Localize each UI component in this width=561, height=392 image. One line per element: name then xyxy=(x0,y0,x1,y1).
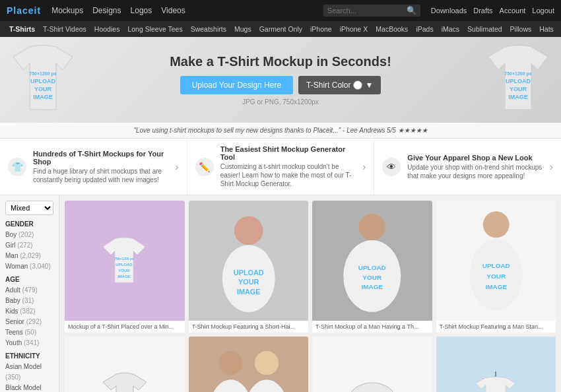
cat-sublimated[interactable]: Sublimated xyxy=(463,21,506,37)
banner-title-1: The Easiest Shirt Mockup Generator Tool xyxy=(220,145,356,161)
grid-item-0[interactable]: 750×1200 px UPLOAD YOUR IMAGE Mockup of … xyxy=(65,201,185,333)
banner-row: 👕 Hundreds of T-Shirt Mockups for Your S… xyxy=(0,139,561,195)
cat-hats[interactable]: Hats xyxy=(535,21,558,37)
top-navigation: Placeit Mockups Designs Logos Videos 🔍 D… xyxy=(0,0,561,21)
nav-mockups[interactable]: Mockups xyxy=(51,6,83,15)
left-shirt-svg: 750×1200 px UPLOAD YOUR IMAGE xyxy=(0,37,86,123)
person-svg-1: UPLOAD YOUR IMAGE xyxy=(189,201,309,321)
sidebar-gender-title: Gender xyxy=(5,220,53,228)
nav-downloads[interactable]: Downloads xyxy=(431,7,467,15)
cat-books[interactable]: Books xyxy=(558,21,561,37)
right-shirt-svg: 750×1200 px UPLOAD YOUR IMAGE xyxy=(475,37,561,123)
cat-imacs[interactable]: iMacs xyxy=(438,21,463,37)
cat-long-sleeve[interactable]: Long Sleeve Tees xyxy=(123,21,186,37)
search-input[interactable] xyxy=(327,7,407,15)
sidebar-man[interactable]: Man (2,029) xyxy=(5,251,53,261)
svg-text:IMAGE: IMAGE xyxy=(508,94,528,100)
cat-ipads[interactable]: iPads xyxy=(412,21,437,37)
svg-text:UPLOAD: UPLOAD xyxy=(482,262,510,269)
sidebar-black[interactable]: Black Model (1,115) xyxy=(5,383,53,392)
nav-logout[interactable]: Logout xyxy=(532,7,554,15)
hanger-svg: 750×1200 px UPLOAD YOUR IMAGE xyxy=(466,366,525,392)
svg-text:UPLOAD: UPLOAD xyxy=(30,78,56,84)
sidebar-teens[interactable]: Teens (50) xyxy=(5,327,53,338)
grid-item-3[interactable]: UPLOAD YOUR IMAGE T-Shirt Mockup Featuri… xyxy=(436,201,556,333)
hero-title: Make a T-Shirt Mockup in Seconds! xyxy=(170,54,391,69)
svg-text:750×1200 px: 750×1200 px xyxy=(29,71,57,77)
cat-tshirts[interactable]: T-Shirts xyxy=(5,21,39,37)
grid-item-6[interactable]: 750×1200 px UPLOAD YOUR IMAGE Minimal Fl… xyxy=(312,337,432,393)
banner-item-1: ✏️ The Easiest Shirt Mockup Generator To… xyxy=(187,139,375,195)
grid-img-6: 750×1200 px UPLOAD YOUR IMAGE xyxy=(312,337,432,393)
banner-title-0: Hundreds of T-Shirt Mockups for Your Sho… xyxy=(33,150,168,166)
person-svg-3: UPLOAD YOUR IMAGE xyxy=(436,201,556,321)
grid-item-7[interactable]: 750×1200 px UPLOAD YOUR IMAGE Mockup of … xyxy=(436,337,556,393)
nav-designs[interactable]: Designs xyxy=(92,6,121,15)
sidebar-asian[interactable]: Asian Model (350) xyxy=(5,362,53,383)
main-nav-links: Mockups Designs Logos Videos xyxy=(51,6,185,15)
grid-img-0: 750×1200 px UPLOAD YOUR IMAGE xyxy=(65,201,185,321)
banner-icon-0: 👕 xyxy=(8,158,26,176)
nav-videos[interactable]: Videos xyxy=(161,6,185,15)
svg-text:UPLOAD: UPLOAD xyxy=(506,78,531,84)
grid-img-2: UPLOAD YOUR IMAGE xyxy=(312,201,432,321)
svg-text:YOUR: YOUR xyxy=(34,86,52,92)
shirt-svg-4: 750×1200 px UPLOAD YOUR IMAGE xyxy=(95,366,154,392)
cat-iphone[interactable]: iPhone xyxy=(306,21,336,37)
svg-text:YOUR: YOUR xyxy=(119,269,131,273)
sidebar-boy[interactable]: Boy (202) xyxy=(5,230,53,240)
sidebar-adult[interactable]: Adult (479) xyxy=(5,285,53,296)
sidebar-age-title: Age xyxy=(5,276,53,283)
svg-text:YOUR: YOUR xyxy=(238,278,259,286)
sidebar-girl[interactable]: Girl (272) xyxy=(5,240,53,251)
cat-macbooks[interactable]: MacBooks xyxy=(372,21,412,37)
cat-iphone-x[interactable]: iPhone X xyxy=(336,21,372,37)
tshirt-color-button[interactable]: T-Shirt Color ▼ xyxy=(298,76,381,94)
category-bar: T-Shirts T-Shirt Videos Hoodies Long Sle… xyxy=(0,21,561,37)
banner-title-2: Give Your Apparel Shop a New Look xyxy=(407,154,543,162)
banner-arrow-1: › xyxy=(362,161,366,173)
svg-text:IMAGE: IMAGE xyxy=(361,283,383,290)
grid-label-1: T-Shirt Mockup Featuring a Short-Hai... xyxy=(189,321,309,333)
mockup-grid-area: 750×1200 px UPLOAD YOUR IMAGE Mockup of … xyxy=(59,195,561,392)
svg-text:IMAGE: IMAGE xyxy=(117,275,131,278)
banner-text-0: Hundreds of T-Shirt Mockups for Your Sho… xyxy=(33,150,168,184)
sidebar-youth[interactable]: Youth (341) xyxy=(5,338,53,348)
banner-arrow-0: › xyxy=(175,161,178,173)
upload-design-button[interactable]: Upload Your Design Here xyxy=(180,76,293,94)
grid-item-1[interactable]: UPLOAD YOUR IMAGE T-Shirt Mockup Featuri… xyxy=(189,201,309,333)
sidebar-woman[interactable]: Woman (3,040) xyxy=(5,261,53,272)
two-people-svg xyxy=(189,337,309,393)
svg-text:IMAGE: IMAGE xyxy=(485,283,507,290)
banner-icon-1: ✏️ xyxy=(195,158,214,176)
svg-text:IMAGE: IMAGE xyxy=(33,94,53,100)
flatlay-svg: 750×1200 px UPLOAD YOUR IMAGE xyxy=(343,366,402,392)
svg-point-34 xyxy=(245,379,288,392)
grid-label-0: Mockup of a T-Shirt Placed over a Min... xyxy=(65,321,185,333)
svg-text:750×1200 px: 750×1200 px xyxy=(504,71,532,77)
cat-hoodies[interactable]: Hoodies xyxy=(90,21,124,37)
nav-drafts[interactable]: Drafts xyxy=(473,7,492,15)
nav-logos[interactable]: Logos xyxy=(131,6,152,15)
cat-sweatshirts[interactable]: Sweatshirts xyxy=(187,21,230,37)
sidebar-kids[interactable]: Kids (382) xyxy=(5,306,53,317)
sidebar-section-ethnicity: Ethnicity Asian Model (350) Black Model … xyxy=(5,352,53,392)
site-logo[interactable]: Placeit xyxy=(7,5,41,16)
hero-right-shirt: 750×1200 px UPLOAD YOUR IMAGE xyxy=(475,37,561,123)
grid-item-2[interactable]: UPLOAD YOUR IMAGE T-Shirt Mockup of a Ma… xyxy=(312,201,432,333)
cat-pillows[interactable]: Pillows xyxy=(506,21,536,37)
sidebar-baby[interactable]: Baby (31) xyxy=(5,296,53,306)
cat-garment-only[interactable]: Garment Only xyxy=(255,21,306,37)
sort-select[interactable]: Mixed xyxy=(5,201,53,215)
sidebar-ethnicity-title: Ethnicity xyxy=(5,352,53,360)
nav-account[interactable]: Account xyxy=(500,7,526,15)
sidebar-senior[interactable]: Senior (292) xyxy=(5,317,53,327)
shirt-mockup-svg-0: 750×1200 px UPLOAD YOUR IMAGE xyxy=(96,232,152,288)
grid-item-4[interactable]: 750×1200 px UPLOAD YOUR IMAGE Ghosted T-… xyxy=(65,337,185,393)
svg-text:YOUR: YOUR xyxy=(362,274,381,281)
grid-img-5 xyxy=(189,337,309,393)
cat-tshirt-videos[interactable]: T-Shirt Videos xyxy=(39,21,90,37)
banner-desc-1: Customizing a t-shirt mockup couldn't be… xyxy=(220,162,356,188)
grid-item-5[interactable]: Mockup of Two Best Friends Wearing... xyxy=(189,337,309,393)
cat-mugs[interactable]: Mugs xyxy=(230,21,255,37)
